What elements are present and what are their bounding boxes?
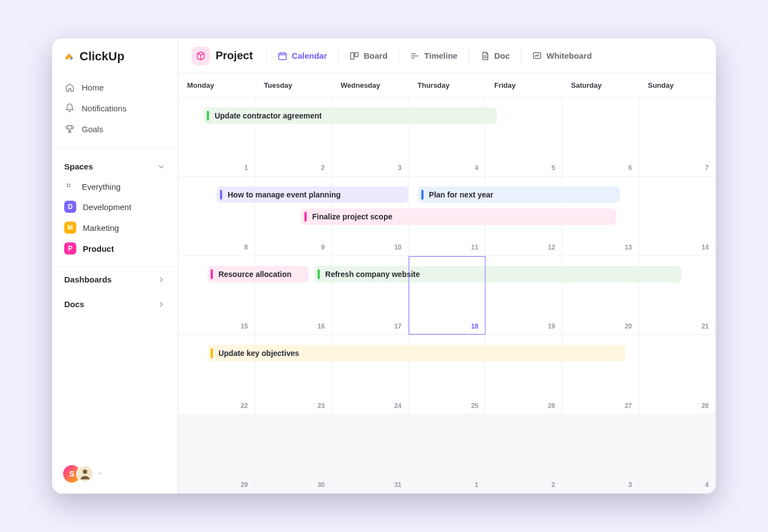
event-accent	[211, 348, 213, 358]
day-number: 3	[628, 481, 632, 489]
calendar-event[interactable]: Resource allocation	[207, 266, 309, 282]
day-number: 28	[702, 402, 709, 410]
calendar-event[interactable]: Update key objectives	[207, 345, 625, 361]
nav-goals[interactable]: Goals	[59, 118, 171, 139]
day-number: 15	[241, 322, 248, 330]
person-icon	[78, 467, 92, 480]
spaces-header[interactable]: Spaces	[52, 154, 178, 177]
calendar-event[interactable]: Finalize project scope	[301, 208, 616, 225]
event-accent	[207, 111, 209, 121]
nav-notifications[interactable]: Notifications	[59, 98, 171, 118]
brand-name: ClickUp	[80, 49, 125, 64]
nav-item-label: Goals	[82, 124, 103, 134]
docs-section[interactable]: Docs	[52, 292, 178, 316]
day-number: 13	[625, 244, 632, 251]
dow-thursday: Thursday	[409, 73, 485, 97]
nav-home[interactable]: Home	[59, 77, 171, 98]
day-number: 2	[321, 164, 325, 172]
svg-point-0	[67, 184, 69, 185]
event-accent	[211, 269, 213, 279]
nav-item-label: Home	[82, 83, 104, 92]
event-accent	[421, 190, 423, 200]
svg-point-3	[69, 186, 71, 188]
calendar-day[interactable]: 6	[562, 98, 639, 176]
calendar-day[interactable]: 14	[639, 177, 716, 255]
space-everything[interactable]: Everything	[59, 177, 171, 196]
day-number: 4	[705, 481, 709, 489]
day-number: 7	[705, 164, 709, 172]
tab-calendar[interactable]: Calendar	[270, 48, 335, 64]
event-title: Plan for next year	[429, 190, 494, 199]
avatar-photo[interactable]	[76, 465, 94, 483]
calendar-event[interactable]: Plan for next year	[418, 186, 620, 203]
space-label: Development	[83, 202, 131, 212]
event-accent	[220, 190, 222, 200]
calendar-day[interactable]: 31	[332, 415, 409, 493]
day-number: 9	[321, 244, 325, 251]
dow-monday: Monday	[178, 73, 255, 97]
tab-doc[interactable]: Doc	[472, 48, 517, 64]
tab-timeline[interactable]: Timeline	[402, 48, 465, 64]
calendar-week: 15161718192021Resource allocationRefresh…	[178, 256, 716, 335]
dashboards-section[interactable]: Dashboards	[52, 267, 178, 292]
day-number: 21	[702, 322, 709, 330]
calendar-day[interactable]: 5	[485, 98, 562, 176]
cube-icon	[191, 47, 210, 65]
calendar-week: 22232425262728Update key objectives	[178, 335, 716, 414]
tab-whiteboard[interactable]: Whiteboard	[524, 48, 600, 64]
calendar-event[interactable]: Update contractor agreement	[204, 107, 497, 124]
main-content: Project Calendar Board Timeline Doc	[178, 38, 716, 494]
day-number: 18	[471, 322, 478, 330]
calendar-event[interactable]: How to manage event planning	[217, 186, 409, 203]
chevron-down-icon[interactable]	[97, 469, 104, 479]
day-number: 19	[548, 322, 555, 330]
doc-icon	[480, 51, 490, 61]
event-title: How to manage event planning	[228, 190, 341, 199]
brand-logo[interactable]: ClickUp	[52, 49, 178, 73]
docs-label: Docs	[64, 299, 84, 309]
calendar-event[interactable]: Refresh company website	[314, 266, 681, 282]
space-development[interactable]: D Development	[59, 196, 171, 217]
space-everything-label: Everything	[82, 182, 121, 191]
calendar-day[interactable]: 3	[562, 415, 639, 493]
space-product[interactable]: P Product	[59, 238, 171, 259]
event-title: Update contractor agreement	[214, 111, 321, 120]
chevron-right-icon	[157, 300, 166, 309]
day-number: 8	[244, 244, 248, 251]
dow-friday: Friday	[485, 73, 562, 97]
day-number: 1	[475, 481, 478, 489]
page-title[interactable]: Project	[191, 47, 263, 65]
calendar-day[interactable]: 29	[178, 415, 255, 493]
calendar-day[interactable]: 30	[255, 415, 332, 493]
spaces-header-label: Spaces	[64, 162, 93, 171]
clickup-logo-icon	[63, 50, 75, 63]
calendar-day[interactable]: 7	[639, 98, 716, 176]
separator	[398, 49, 399, 63]
space-marketing[interactable]: M Marketing	[59, 217, 171, 238]
event-title: Finalize project scope	[312, 212, 392, 221]
calendar-day[interactable]: 18	[409, 256, 485, 335]
day-number: 5	[551, 164, 555, 172]
dow-wednesday: Wednesday	[332, 73, 409, 97]
day-number: 16	[318, 322, 325, 330]
svg-point-2	[67, 186, 69, 188]
tab-board[interactable]: Board	[342, 48, 395, 64]
day-number: 6	[628, 164, 632, 172]
day-number: 23	[318, 402, 325, 410]
calendar-day[interactable]: 1	[409, 415, 485, 493]
calendar-week: 1234567Update contractor agreement	[178, 98, 716, 177]
dow-saturday: Saturday	[562, 73, 639, 97]
event-accent	[318, 269, 320, 279]
space-label: Marketing	[83, 223, 119, 233]
day-number: 20	[625, 322, 632, 330]
space-badge: D	[64, 201, 76, 213]
sidebar: ClickUp Home Notifications Goals	[52, 38, 178, 494]
calendar-day[interactable]: 4	[639, 415, 716, 493]
tab-label: Whiteboard	[546, 51, 592, 60]
calendar-day[interactable]: 28	[639, 335, 716, 414]
calendar-day[interactable]: 2	[485, 415, 562, 493]
user-avatars[interactable]: S	[52, 457, 178, 494]
chevron-right-icon	[157, 275, 166, 284]
tab-label: Calendar	[292, 51, 327, 60]
calendar-icon	[278, 51, 287, 61]
